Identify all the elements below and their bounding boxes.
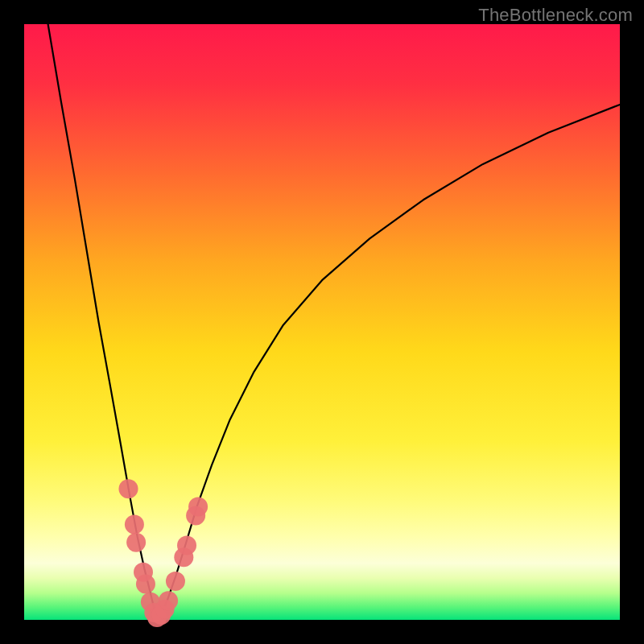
marker-dot xyxy=(136,575,155,594)
bottleneck-plot xyxy=(0,0,644,644)
chart-frame: TheBottleneck.com xyxy=(0,0,644,644)
marker-dot xyxy=(159,591,178,610)
marker-dot xyxy=(126,533,146,552)
marker-dot xyxy=(125,515,144,535)
marker-dot xyxy=(188,497,208,516)
marker-dot xyxy=(119,479,138,498)
marker-dot xyxy=(177,536,196,555)
watermark-text: TheBottleneck.com xyxy=(478,5,633,26)
marker-dot xyxy=(166,572,185,591)
plot-background xyxy=(24,24,620,620)
